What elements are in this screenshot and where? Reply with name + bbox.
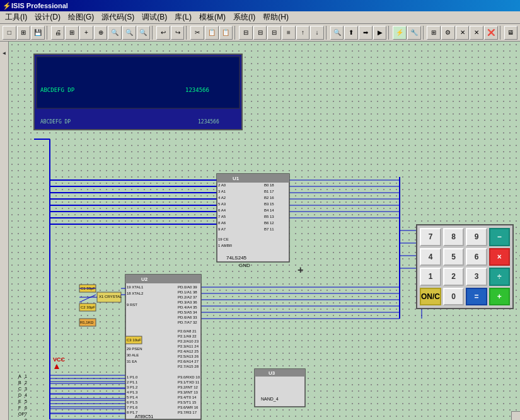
svg-text:P3.6/WR  16: P3.6/WR 16 [178,406,199,409]
toolbar-btn-cut[interactable]: ✂ [190,26,204,40]
svg-text:4  P1.3: 4 P1.3 [127,390,138,394]
toolbar-btn-config[interactable]: 🔧 [407,26,421,40]
svg-text:AT89C51: AT89C51 [135,414,153,419]
toolbar-btn-zoom-in[interactable]: ⊕ [94,26,108,40]
svg-text:VCC: VCC [53,356,66,363]
svg-text:7: 7 [25,412,27,416]
toolbar-btn-zoom-fit[interactable]: 🔍 [108,26,122,40]
svg-text:5  P1.4: 5 P1.4 [127,395,138,399]
svg-rect-53 [217,174,289,262]
svg-text:1234566: 1234566 [198,119,219,125]
toolbar-btn-new[interactable]: □ [3,26,16,40]
numpad-key-3[interactable]: 3 [466,268,487,286]
toolbar-btn-add[interactable]: + [79,26,93,40]
svg-text:29 PSEN: 29 PSEN [127,347,142,351]
svg-text:B4 14: B4 14 [264,208,274,212]
toolbar-btn-print[interactable]: 🖨 [51,26,65,40]
scroll-hint [511,411,520,420]
svg-rect-122 [97,292,121,302]
svg-text:PD.5/A5  34: PD.5/A5 34 [178,310,197,314]
toolbar-btn-block3[interactable]: ⊟ [267,26,281,40]
toolbar-btn-grid[interactable]: ⊞ [65,26,79,40]
toolbar-btn-close1[interactable]: ✕ [456,26,470,40]
toolbar-btn-block2[interactable]: ⊟ [253,26,267,40]
toolbar-btn-paste[interactable]: 📋 [219,26,233,40]
svg-rect-54 [217,174,289,183]
numpad-key-5[interactable]: 5 [443,248,464,266]
numpad-key-0[interactable]: 0 [443,288,464,306]
toolbar-btn-zoom-out[interactable]: 🔍 [122,26,136,40]
svg-text:P2.4/A12 25: P2.4/A12 25 [178,349,199,353]
toolbar-btn-settings[interactable]: ⚙ [441,26,455,40]
toolbar-btn-down[interactable]: ↓ [310,26,324,40]
svg-text:F: F [18,406,21,410]
numpad-key-6[interactable]: 6 [466,248,487,266]
svg-text:B6 12: B6 12 [264,221,274,225]
numpad-key-1[interactable]: 1 [420,268,441,286]
numpad-key-[interactable]: = [466,288,487,306]
menu-debug[interactable]: 调试(B) [138,11,171,24]
svg-text:B: B [18,380,21,385]
numpad-key-8[interactable]: 8 [443,228,464,246]
canvas-area[interactable]: ABCDEFG DP 1234566 ABCDEFG DP 1234566 [9,42,520,420]
svg-rect-0 [34,54,242,130]
left-panel: ◄ [0,42,9,420]
menu-source[interactable]: 源代码(S) [98,11,138,24]
svg-text:P2.3/A11 24: P2.3/A11 24 [178,344,199,348]
menu-draw[interactable]: 绘图(G) [64,11,98,24]
toolbar-btn-block[interactable]: ⊟ [239,26,253,40]
svg-text:C2 30pF: C2 30pF [81,305,95,309]
svg-text:P2.1/A9  22: P2.1/A9 22 [178,334,197,338]
svg-text:D: D [18,393,21,397]
svg-rect-130 [125,336,142,344]
svg-text:4: 4 [25,393,27,397]
menu-template[interactable]: 模板(M) [195,11,229,24]
menu-design[interactable]: 设计(D) [31,11,64,24]
toolbar-btn-simulate[interactable]: ⚡ [393,26,407,40]
toolbar-btn-monitor[interactable]: 🖥 [504,26,518,40]
menu-system[interactable]: 系统(I) [229,11,259,24]
numpad-key-[interactable]: + [489,288,510,306]
svg-rect-76 [125,275,201,419]
numpad-key-7[interactable]: 7 [420,228,441,246]
numpad-key-[interactable]: − [489,228,510,246]
toolbar-sep-6 [388,26,391,40]
toolbar-btn-save[interactable]: 💾 [31,26,45,40]
toolbar-sep-2 [152,26,154,40]
toolbar-btn-open[interactable]: ⊞ [17,26,31,40]
toolbar-btn-close2[interactable]: ✕ [470,26,483,40]
svg-text:19 CE: 19 CE [218,237,229,241]
menu-library[interactable]: 库(L) [171,11,195,24]
svg-text:C: C [18,387,21,391]
svg-text:1  P1.0: 1 P1.0 [127,375,138,379]
numpad-key-[interactable]: ÷ [489,268,510,286]
svg-text:PD.7/A7  32: PD.7/A7 32 [178,321,197,324]
toolbar-btn-align[interactable]: ≡ [282,26,296,40]
svg-text:R1,1KΩ: R1,1KΩ [80,321,94,324]
toolbar-sep-4 [234,26,237,40]
svg-text:3: 3 [25,387,27,391]
toolbar-btn-search[interactable]: ⊞ [427,26,441,40]
toolbar-btn-arrow-right[interactable]: ➡ [359,26,373,40]
svg-text:6 A4: 6 A4 [218,208,226,212]
toolbar-btn-up[interactable]: ↑ [296,26,310,40]
toolbar-btn-arrow-up[interactable]: ⬆ [344,26,358,40]
toolbar-btn-undo[interactable]: ↩ [156,26,170,40]
svg-text:5: 5 [25,399,27,404]
toolbar-btn-delete[interactable]: ❌ [484,26,498,40]
toolbar-btn-zoom2[interactable]: 🔍 [330,26,344,40]
numpad-key-4[interactable]: 4 [420,248,441,266]
numpad-key-2[interactable]: 2 [443,268,464,286]
svg-text:A: A [18,374,21,378]
numpad-key-ONC[interactable]: ON/C [420,288,441,306]
menu-help[interactable]: 帮助(H) [259,11,292,24]
menu-bar: 工具(I) 设计(D) 绘图(G) 源代码(S) 调试(B) 库(L) 模板(M… [0,11,520,24]
toolbar-sep-1 [47,26,49,40]
toolbar-btn-redo[interactable]: ↪ [171,26,185,40]
numpad-key-[interactable]: × [489,248,510,266]
numpad-key-9[interactable]: 9 [466,228,487,246]
toolbar-btn-play[interactable]: ▶ [373,26,387,40]
toolbar-btn-copy[interactable]: 📋 [205,26,219,40]
toolbar-btn-zoom-all[interactable]: 🔍 [137,26,151,40]
menu-tool[interactable]: 工具(I) [1,11,31,24]
